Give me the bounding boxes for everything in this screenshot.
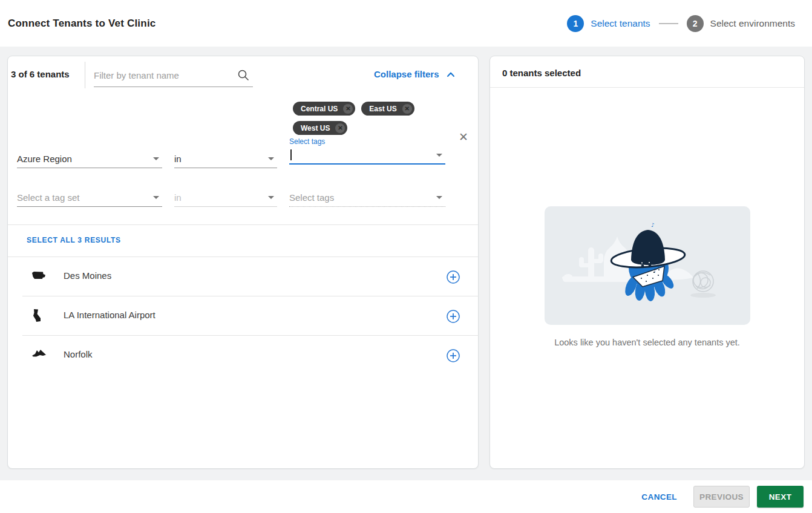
tenant-count-label: 3 of 6 tenants (11, 69, 70, 79)
filters-results-divider (8, 224, 478, 225)
app-header: Connect Tenants to Vet Clinic 1 Select t… (0, 0, 812, 47)
clear-filter-row-icon[interactable]: ✕ (457, 131, 470, 144)
step-2-label: Select environments (710, 18, 795, 29)
stepper-connector (659, 23, 678, 24)
select-tags-floating-label: Select tags (289, 137, 325, 146)
tag-chip-central-us: Central US ✕ (293, 102, 355, 116)
tag-set-operator-value: in (174, 192, 182, 203)
step-1-label: Select tenants (591, 18, 650, 29)
selected-tag-chips: Central US ✕ East US ✕ West US ✕ (293, 102, 449, 135)
tenant-search-input[interactable] (94, 64, 232, 87)
select-all-results-link[interactable]: SELECT ALL 3 RESULTS (27, 236, 121, 244)
chip-remove-icon[interactable]: ✕ (343, 104, 353, 114)
collapse-filters-label: Collapse filters (374, 69, 439, 79)
filter-field-select[interactable]: Azure Region (17, 150, 162, 168)
tag-set-placeholder: Select a tag set (17, 192, 79, 203)
header-vertical-divider (85, 62, 85, 88)
chip-label: East US (369, 105, 396, 113)
filter-operator-select[interactable]: in (174, 150, 277, 168)
step-select-environments[interactable]: 2 Select environments (687, 15, 795, 32)
filter-operator-value: in (174, 154, 182, 164)
svg-text:♪: ♪ (651, 222, 655, 228)
wizard-footer: CANCEL PREVIOUS NEXT (0, 480, 812, 513)
filter-tags-input[interactable] (289, 146, 445, 165)
step-1-circle: 1 (567, 15, 584, 32)
dropdown-arrow-icon (436, 154, 442, 157)
selected-panel-divider (490, 87, 804, 88)
dropdown-arrow-icon (268, 196, 274, 199)
tag-chip-west-us: West US ✕ (293, 121, 347, 135)
search-icon (237, 69, 249, 83)
chip-label: West US (301, 124, 330, 132)
tag-set-select[interactable]: Select a tag set (17, 189, 162, 207)
tag-set-operator-select-disabled: in (174, 189, 277, 207)
tenant-name: Des Moines (64, 270, 111, 281)
text-cursor (290, 149, 292, 160)
tag-set-tags-select-disabled: Select tags (289, 189, 445, 207)
tenant-search-field (94, 64, 253, 87)
page-title: Connect Tenants to Vet Clinic (8, 18, 156, 30)
empty-selection-message: Looks like you haven't selected any tena… (490, 338, 804, 347)
dropdown-arrow-icon (436, 196, 442, 199)
cancel-button[interactable]: CANCEL (641, 492, 677, 502)
filter-field-value: Azure Region (17, 154, 72, 164)
add-tenant-icon[interactable] (446, 270, 460, 287)
add-tenant-icon[interactable] (446, 348, 460, 365)
step-select-tenants[interactable]: 1 Select tenants (567, 15, 650, 32)
tenant-row-la-international-airport: LA International Airport (8, 296, 479, 336)
next-button[interactable]: NEXT (757, 486, 804, 508)
previous-button: PREVIOUS (693, 486, 750, 508)
collapse-filters-link[interactable]: Collapse filters (374, 69, 470, 79)
tenant-row-norfolk: Norfolk (8, 336, 479, 375)
step-2-circle: 2 (687, 15, 704, 32)
tag-chip-east-us: East US ✕ (361, 102, 414, 116)
chevron-up-icon (447, 69, 455, 79)
cowboy-octopus-illustration: ♪ ♪ ♪ (545, 206, 750, 325)
add-tenant-icon[interactable] (446, 309, 460, 326)
tag-set-tags-placeholder: Select tags (289, 192, 334, 203)
chip-remove-icon[interactable]: ✕ (402, 104, 412, 114)
chip-label: Central US (301, 105, 338, 113)
tenant-row-des-moines: Des Moines (8, 257, 479, 296)
california-state-icon (31, 309, 44, 325)
virginia-state-icon (31, 348, 48, 361)
dropdown-arrow-icon (268, 157, 274, 160)
dropdown-arrow-icon (153, 157, 159, 160)
dropdown-arrow-icon (153, 196, 159, 199)
tenant-name: LA International Airport (64, 310, 156, 320)
svg-text:♪: ♪ (657, 265, 660, 270)
selected-tenants-title: 0 tenants selected (502, 68, 581, 78)
svg-text:♪: ♪ (653, 267, 656, 274)
wizard-stepper: 1 Select tenants 2 Select environments (567, 15, 795, 32)
chip-remove-icon[interactable]: ✕ (335, 123, 345, 133)
tenant-name: Norfolk (64, 349, 93, 359)
iowa-state-icon (31, 269, 47, 284)
